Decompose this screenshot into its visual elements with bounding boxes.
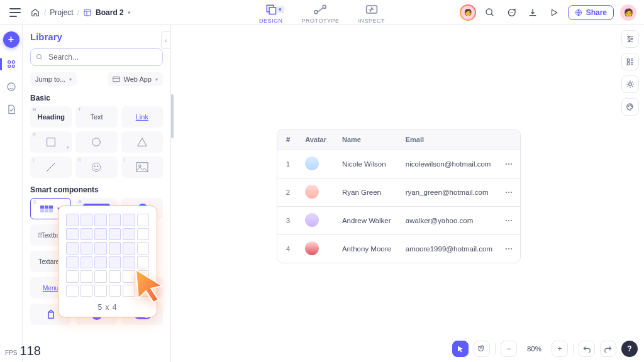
basic-line[interactable]: L: [30, 156, 72, 178]
zoom-level[interactable]: 80%: [522, 345, 547, 353]
breadcrumb-project[interactable]: Project: [50, 8, 73, 17]
picker-cell[interactable]: [137, 214, 150, 226]
basic-triangle[interactable]: [121, 131, 163, 153]
preset-dropdown[interactable]: Web App▾: [108, 72, 163, 86]
scrollbar[interactable]: [171, 94, 174, 138]
picker-cell[interactable]: [123, 242, 135, 255]
download-icon[interactable]: [525, 5, 540, 20]
chevron-down-icon[interactable]: ▾: [277, 6, 284, 13]
svg-point-22: [92, 163, 101, 172]
basic-rect[interactable]: R▾: [30, 131, 72, 153]
basic-link[interactable]: Link: [121, 106, 163, 128]
svg-point-13: [8, 65, 10, 67]
data-table[interactable]: # Avatar Name Email 1Nicole Wilsonnicole…: [277, 129, 521, 263]
picker-cell[interactable]: [123, 214, 135, 226]
picker-cell[interactable]: [80, 256, 93, 269]
basic-heading[interactable]: HHeading: [30, 106, 72, 128]
picker-cell[interactable]: [66, 270, 79, 283]
picker-cell[interactable]: [80, 270, 93, 283]
home-icon[interactable]: [30, 8, 40, 18]
picker-cell[interactable]: [66, 242, 79, 255]
table-row[interactable]: 4Anthony Mooreamoore1999@hotmail.com⋯: [277, 235, 520, 263]
row-actions[interactable]: ⋯: [499, 235, 520, 263]
picker-cell[interactable]: [66, 214, 79, 226]
picker-cell[interactable]: [109, 228, 121, 241]
svg-point-14: [12, 65, 14, 67]
undo-button[interactable]: [579, 341, 595, 357]
picker-cell[interactable]: [94, 270, 107, 283]
zoom-out[interactable]: −: [501, 341, 517, 357]
search-icon[interactable]: [482, 5, 497, 20]
basic-circle[interactable]: [75, 131, 117, 153]
mode-design[interactable]: ▾ DESIGN: [259, 3, 283, 24]
breadcrumb-board[interactable]: Board 2: [96, 8, 124, 17]
hamburger-menu[interactable]: [8, 5, 23, 20]
row-index: 3: [277, 207, 299, 235]
help-button[interactable]: ?: [621, 341, 638, 357]
pointer-tool[interactable]: [452, 341, 469, 357]
comment-icon[interactable]: [504, 5, 519, 20]
mode-inspect[interactable]: INSPECT: [358, 3, 385, 24]
components-icon[interactable]: [5, 58, 18, 70]
picker-cell[interactable]: [80, 285, 93, 297]
picker-cell[interactable]: [80, 214, 93, 226]
library-search[interactable]: [30, 48, 163, 66]
svg-point-18: [37, 55, 42, 59]
share-button[interactable]: Share: [568, 5, 614, 20]
jump-to-dropdown[interactable]: Jump to...▾: [30, 72, 77, 86]
picker-cell[interactable]: [123, 228, 135, 241]
mode-prototype[interactable]: PROTOTYPE: [302, 3, 340, 24]
picker-cell[interactable]: [109, 214, 121, 226]
svg-point-12: [12, 61, 14, 63]
svg-point-16: [9, 85, 10, 86]
row-actions[interactable]: ⋯: [499, 178, 520, 207]
picker-cell[interactable]: [109, 256, 121, 269]
zoom-in[interactable]: +: [552, 341, 568, 357]
redo-button[interactable]: [600, 341, 616, 357]
picker-cell[interactable]: [66, 228, 79, 241]
emoji-icon[interactable]: [5, 80, 18, 93]
page-icon[interactable]: [5, 103, 18, 116]
user-avatar[interactable]: 🧑: [620, 4, 636, 21]
table-row[interactable]: 2Ryan Greenryan_green@hotmail.com⋯: [277, 178, 520, 207]
svg-point-11: [8, 61, 10, 63]
chevron-down-icon[interactable]: ▾: [128, 9, 131, 16]
play-icon[interactable]: [547, 5, 562, 20]
presence-avatar[interactable]: 🧑: [460, 4, 476, 21]
picker-cell[interactable]: [137, 228, 150, 241]
hand-tool[interactable]: [474, 341, 490, 357]
palette-icon[interactable]: [621, 98, 639, 116]
picker-cell[interactable]: [94, 242, 107, 255]
basic-emoji[interactable]: X: [75, 156, 117, 178]
picker-cell[interactable]: [80, 228, 93, 241]
add-button[interactable]: +: [3, 31, 19, 48]
picker-cell[interactable]: [109, 285, 121, 297]
svg-point-15: [8, 83, 15, 90]
picker-cell[interactable]: [94, 256, 107, 269]
layers-icon[interactable]: [621, 53, 639, 70]
picker-cell[interactable]: [109, 242, 121, 255]
basic-image[interactable]: I: [121, 156, 163, 178]
picker-cell[interactable]: [137, 242, 150, 255]
svg-point-4: [323, 5, 326, 8]
picker-cell[interactable]: [66, 285, 79, 297]
row-actions[interactable]: ⋯: [499, 150, 520, 178]
picker-cell[interactable]: [66, 256, 79, 269]
collapse-panel-button[interactable]: ‹: [161, 31, 171, 49]
table-row[interactable]: 1Nicole Wilsonnicolewilson@hotmail.com⋯: [277, 150, 520, 178]
picker-cell[interactable]: [109, 270, 121, 283]
svg-rect-0: [84, 9, 91, 16]
section-basic-title: Basic: [30, 94, 163, 102]
star-gear-icon[interactable]: [621, 75, 639, 93]
search-input[interactable]: [47, 52, 157, 62]
settings-icon[interactable]: [621, 30, 639, 48]
picker-cell[interactable]: [94, 285, 107, 297]
picker-cell[interactable]: [80, 242, 93, 255]
row-index: 4: [277, 235, 299, 263]
row-actions[interactable]: ⋯: [499, 207, 520, 235]
picker-cell[interactable]: [94, 214, 107, 226]
table-row[interactable]: 3Andrew Walkerawalker@yahoo.com⋯: [277, 207, 520, 235]
basic-text[interactable]: TText: [75, 106, 117, 128]
picker-size-label: 5 x 4: [66, 303, 149, 312]
picker-cell[interactable]: [94, 228, 107, 241]
